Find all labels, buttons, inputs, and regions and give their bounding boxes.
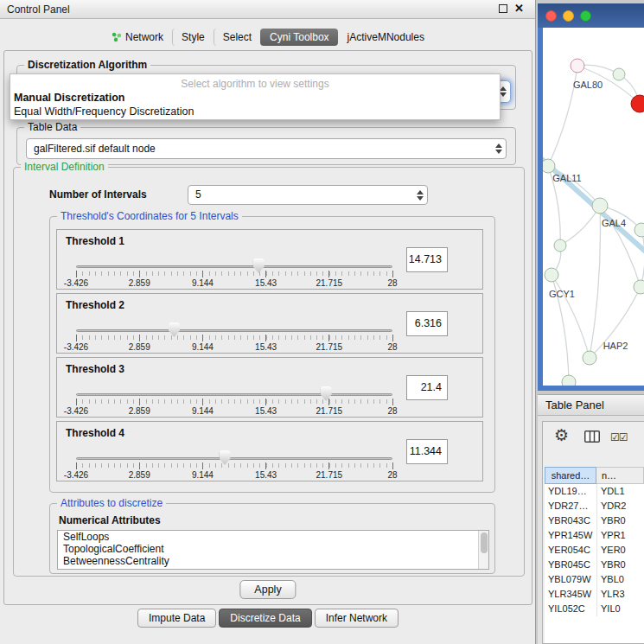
network-node[interactable] bbox=[545, 268, 558, 282]
mac-zoom-button[interactable] bbox=[580, 10, 591, 22]
tab-infer-network[interactable]: Infer Network bbox=[315, 609, 399, 628]
slider-major-tick bbox=[328, 335, 329, 341]
slider-tick-label: 15.43 bbox=[255, 342, 277, 352]
slider-tick-label: 15.43 bbox=[255, 406, 277, 416]
attributes-group: Attributes to discretize Numerical Attri… bbox=[49, 503, 495, 574]
network-node[interactable] bbox=[554, 239, 566, 252]
tab-jactivemnodules[interactable]: jActiveMNodules bbox=[338, 29, 433, 46]
slider-tick-label: 2.859 bbox=[129, 470, 150, 480]
slider-major-tick bbox=[265, 335, 266, 341]
table-cell-shared-name: YLR345W bbox=[545, 587, 596, 602]
tab-cyni-toolbox[interactable]: Cyni Toolbox bbox=[260, 29, 337, 46]
network-view-window: GAL80GAL11GAL4GCY1HAP2 bbox=[538, 3, 644, 391]
network-node[interactable] bbox=[543, 159, 555, 173]
network-node[interactable] bbox=[613, 68, 625, 80]
table-cell-shared-name: YBR043C bbox=[545, 513, 596, 528]
slider-tick-label: -3.426 bbox=[64, 470, 88, 480]
slider-tick-label: 9.144 bbox=[192, 278, 214, 288]
table-toolbar: ⚙ ☑☑ bbox=[543, 425, 644, 455]
list-scrollbar[interactable] bbox=[478, 531, 488, 569]
network-node[interactable] bbox=[592, 198, 608, 214]
dropdown-option-manual-discretization[interactable]: Manual Discretization bbox=[10, 91, 500, 105]
network-node[interactable] bbox=[634, 223, 644, 237]
threshold-value-field[interactable]: 21.4 bbox=[406, 375, 448, 400]
table-row[interactable]: YPR145WYPR1 bbox=[545, 528, 644, 543]
threshold-value-field[interactable]: 14.713 bbox=[406, 247, 448, 272]
table-row[interactable]: YDR27…YDR2 bbox=[545, 499, 644, 513]
table-panel-inner: ⚙ ☑☑ shared… n… YDL19…YDL1YDR27…YDR2YBR0… bbox=[542, 421, 644, 644]
titlebar: Control Panel ✕ bbox=[0, 0, 535, 19]
slider-tick-label: -3.426 bbox=[64, 278, 88, 288]
network-canvas[interactable]: GAL80GAL11GAL4GCY1HAP2 bbox=[543, 28, 644, 386]
slider-major-tick bbox=[328, 399, 329, 405]
threshold-value-field[interactable]: 11.344 bbox=[406, 439, 448, 464]
slider-track bbox=[76, 329, 392, 332]
network-node[interactable] bbox=[571, 59, 584, 73]
slider-tick-label: 21.715 bbox=[316, 406, 343, 416]
scrollbar-thumb[interactable] bbox=[481, 532, 488, 553]
threshold-slider[interactable]: -3.4262.8599.14415.4321.71528 bbox=[76, 259, 392, 288]
slider-tick-label: 9.144 bbox=[192, 406, 214, 416]
number-of-intervals-combobox[interactable]: 5 bbox=[188, 185, 428, 205]
group-label-interval-definition: Interval Definition bbox=[21, 161, 108, 173]
column-header-shared-name[interactable]: shared… bbox=[545, 467, 596, 484]
columns-icon[interactable] bbox=[584, 430, 600, 445]
network-node[interactable] bbox=[634, 280, 644, 294]
slider-tick-label: 21.715 bbox=[316, 342, 343, 352]
apply-button[interactable]: Apply bbox=[239, 580, 296, 599]
column-header-name[interactable]: n… bbox=[596, 467, 644, 484]
table-row[interactable]: YBR045CYBR0 bbox=[545, 558, 644, 572]
thresholds-group: Threshold's Coordinates for 5 Intervals … bbox=[49, 216, 495, 493]
network-node-label: GAL11 bbox=[552, 173, 581, 183]
table-cell-name: YDL1 bbox=[596, 484, 644, 499]
threshold-label: Threshold 3 bbox=[66, 363, 124, 375]
network-node-selected-red[interactable] bbox=[631, 95, 644, 112]
list-item[interactable]: TopologicalCoefficient bbox=[58, 543, 488, 555]
threshold-slider[interactable]: -3.4262.8599.14415.4321.71528 bbox=[76, 323, 392, 352]
tab-label: jActiveMNodules bbox=[348, 31, 424, 43]
interval-definition-group: Interval Definition Number of Intervals … bbox=[13, 167, 525, 577]
window-title: Control Panel bbox=[7, 3, 70, 16]
slider-minor-ticks bbox=[76, 335, 392, 340]
table-row[interactable]: YBR043CYBR0 bbox=[545, 513, 644, 528]
table-data-selected-value: galFiltered.sif default node bbox=[34, 143, 156, 155]
tab-style[interactable]: Style bbox=[172, 29, 214, 46]
select-rows-checkbox-icons[interactable]: ☑☑ bbox=[610, 431, 628, 443]
table-data-combobox[interactable]: galFiltered.sif default node bbox=[26, 138, 507, 159]
tab-select[interactable]: Select bbox=[214, 29, 260, 46]
gear-icon[interactable]: ⚙ bbox=[554, 426, 569, 445]
slider-major-tick bbox=[392, 335, 393, 341]
table-row[interactable]: YIL052CYIL0 bbox=[545, 602, 644, 616]
slider-major-tick bbox=[265, 271, 266, 277]
float-window-icon[interactable] bbox=[499, 4, 507, 13]
table-row[interactable]: YBL079WYBL0 bbox=[545, 572, 644, 587]
threshold-slider[interactable]: -3.4262.8599.14415.4321.71528 bbox=[76, 387, 392, 416]
slider-major-tick bbox=[202, 271, 203, 277]
numerical-attributes-list[interactable]: SelfLoopsTopologicalCoefficientBetweenne… bbox=[57, 530, 489, 570]
network-node[interactable] bbox=[583, 351, 596, 365]
threshold-panel: Threshold 114.713-3.4262.8599.14415.4321… bbox=[56, 229, 483, 290]
table-row[interactable]: YLR345WYLR3 bbox=[545, 587, 644, 602]
network-node[interactable] bbox=[562, 375, 576, 386]
table-row[interactable]: YDL19…YDL1 bbox=[545, 484, 644, 499]
table-row[interactable]: YER054CYER0 bbox=[545, 543, 644, 558]
mac-minimize-button[interactable] bbox=[563, 10, 574, 22]
slider-tick-label: 28 bbox=[387, 278, 397, 288]
tab-discretize-data[interactable]: Discretize Data bbox=[219, 609, 311, 628]
threshold-slider[interactable]: -3.4262.8599.14415.4321.71528 bbox=[76, 451, 392, 480]
table-cell-shared-name: YPR145W bbox=[545, 528, 596, 543]
tab-network[interactable]: Network bbox=[102, 29, 172, 46]
dropdown-option-equal-width-frequency[interactable]: Equal Width/Frequency Discretization bbox=[10, 105, 500, 118]
table-cell-name: YBL0 bbox=[596, 572, 644, 587]
table-cell-name: YPR1 bbox=[596, 528, 644, 543]
table-data-group: Table Data galFiltered.sif default node bbox=[16, 127, 516, 165]
tab-impute-data[interactable]: Impute Data bbox=[137, 609, 216, 628]
threshold-value-field[interactable]: 6.316 bbox=[406, 311, 448, 336]
slider-major-tick bbox=[202, 462, 203, 469]
slider-tick-label: 21.715 bbox=[316, 470, 343, 480]
list-item[interactable]: SelfLoops bbox=[58, 531, 488, 543]
mac-close-button[interactable] bbox=[545, 10, 557, 22]
close-icon[interactable]: ✕ bbox=[514, 3, 524, 14]
list-item[interactable]: BetweennessCentrality bbox=[58, 555, 488, 567]
slider-tick-label: 28 bbox=[387, 406, 397, 416]
